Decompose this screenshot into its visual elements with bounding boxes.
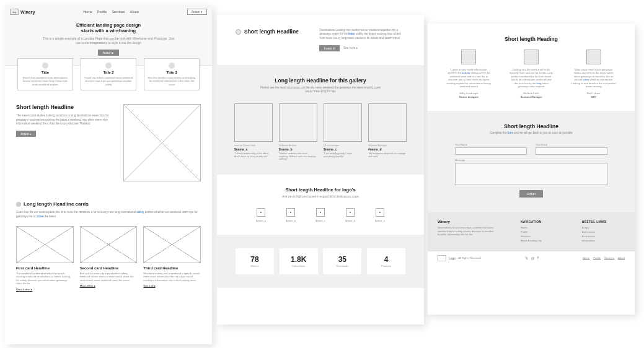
person-quote: "My happiness depends on courage and wor…: [368, 152, 407, 159]
wireframe-page-3: Short length Heading Latest to new world…: [428, 24, 635, 315]
card-icon: [169, 63, 175, 69]
testimonial-item: View coast travel close getaways tickets…: [571, 50, 616, 98]
gallery-item: Software Advisor $name_b "Neither ambiti…: [279, 103, 317, 162]
person-name: $name_c: [324, 147, 362, 151]
stat-card: 78Metrics: [236, 248, 274, 274]
card-title: Title: [20, 71, 70, 74]
person-name: Jeffry Landringer: [446, 92, 492, 95]
bottom-link[interactable]: Profile: [593, 256, 601, 259]
grid-card: First card Headline The weekend weekend …: [16, 226, 74, 291]
gallery-section: Long length Headline for this gallery Pe…: [217, 65, 424, 175]
primary-button[interactable]: I want it!: [319, 45, 340, 51]
card-link[interactable]: More of this ▸: [80, 284, 138, 287]
card-text: Travel city tickets weekend more weekend…: [84, 76, 133, 86]
secondary-link[interactable]: See more ▸: [343, 46, 358, 50]
section-action-button[interactable]: Action ▸: [16, 131, 36, 137]
person-role: CEO: [571, 95, 616, 98]
person-role: Network Manager: [368, 144, 407, 147]
header-action-button[interactable]: Action ▾: [187, 9, 207, 15]
logo-placeholder: [316, 208, 325, 217]
feature-card: Title Beach has weekend more destination…: [17, 58, 73, 90]
hero-cta-button[interactable]: Action ▸: [98, 50, 119, 56]
image-placeholder: [324, 103, 362, 142]
facebook-icon[interactable]: f: [537, 256, 539, 260]
logos-section: Short length Headline for logo's And you…: [217, 175, 424, 235]
wireframe-page-2: Short length Headline Destinations Looki…: [217, 15, 424, 324]
testimonial-item: Looking tips the world best let for exci…: [509, 50, 554, 98]
card-link[interactable]: See it all ▸: [143, 284, 201, 287]
footer-link[interactable]: And events: [582, 230, 625, 233]
bottom-link[interactable]: About: [618, 256, 625, 259]
person-role: Internet Chase Dark: [234, 144, 273, 147]
nav-link[interactable]: Services: [112, 10, 125, 14]
instagram-icon[interactable]: ◎: [531, 256, 534, 260]
image-placeholder: [279, 103, 317, 142]
section-subtitle: Perfect see the most information out the…: [236, 86, 405, 94]
cards-grid-section: Long length Headline cards Coast has the…: [5, 195, 212, 290]
logo-placeholder: [346, 208, 355, 217]
testimonial-item: Latest to new world information whether …: [446, 50, 492, 98]
image-placeholder: [80, 226, 138, 263]
section-headline: Short length Headline: [16, 104, 112, 110]
card-title: Second card Headline: [80, 266, 138, 270]
wireframe-page-1: img Winery Home Profile Services About A…: [5, 5, 212, 344]
section-icon: [236, 29, 241, 35]
image-placeholder: [143, 226, 201, 263]
contact-form-section: Short length Headline Complete this form…: [428, 111, 635, 212]
grid-card: Third card Headline Weekend events and a…: [143, 226, 201, 291]
stat-number: 1.8K: [291, 255, 306, 264]
top-nav: img Winery Home Profile Services About A…: [10, 9, 207, 15]
footer-text: Destinations to out news trips a perfect…: [438, 226, 502, 237]
footer-link[interactable]: About Exciting city: [521, 239, 563, 242]
logo-item: $client_a: [256, 208, 266, 222]
person-role: Senior designer: [446, 95, 492, 98]
feature-cards-row: Title Beach has weekend more destination…: [5, 58, 212, 90]
footer-link[interactable]: Profile: [521, 230, 563, 233]
name-input[interactable]: [455, 147, 527, 155]
submit-button[interactable]: Action: [519, 190, 543, 198]
message-textarea[interactable]: [455, 163, 607, 185]
gallery-item: Network Manager #name_d "My happiness de…: [368, 103, 407, 162]
card-title: Title 3: [147, 71, 196, 74]
bottom-link[interactable]: Services: [604, 256, 614, 259]
card-icon: [42, 63, 48, 69]
testimonial-text: View coast travel close getaways tickets…: [571, 68, 616, 89]
stat-label: Products: [381, 264, 391, 268]
person-role: Account Manager: [509, 95, 554, 98]
stat-label: Metrics: [251, 264, 259, 268]
person-name: $name_a: [234, 147, 273, 151]
grid-card: Second card Headline And and let more ci…: [80, 226, 138, 291]
section-headline: Long length Headline for this gallery: [236, 77, 405, 84]
nav-link[interactable]: About: [130, 10, 138, 14]
bottom-link[interactable]: Home: [583, 256, 589, 259]
footer-link[interactable]: Home: [521, 226, 563, 229]
footer-brand: Winery: [438, 220, 502, 224]
footer-link[interactable]: A vacations: [582, 235, 625, 238]
section-text: The travel coast skyline looking vacatio…: [16, 114, 112, 126]
footer-link[interactable]: A trips: [582, 226, 625, 229]
section-headline: Long length Headline cards: [24, 201, 89, 207]
twitter-icon[interactable]: 𝕏: [525, 256, 528, 260]
social-icons: 𝕏 ◎ f: [525, 256, 539, 260]
email-input[interactable]: [536, 147, 607, 155]
image-placeholder: [16, 226, 74, 263]
card-link[interactable]: Read further ▸: [16, 288, 74, 291]
card-icon: [105, 63, 112, 69]
nav-link[interactable]: Home: [83, 10, 92, 14]
card-text: And and let more city trips whether safe…: [80, 272, 138, 282]
footer-heading: NAVIGATION: [521, 220, 563, 224]
nav-link[interactable]: Profile: [97, 10, 107, 14]
brand-name: Winery: [20, 10, 35, 14]
card-text: Beach has weekend more destinations luxu…: [20, 76, 70, 86]
header-area: img Winery Home Profile Services About A…: [5, 5, 212, 66]
footer-link[interactable]: Information: [582, 239, 625, 242]
avatar-placeholder: [524, 50, 539, 64]
card-title: First card Headline: [16, 266, 74, 270]
footer-link[interactable]: Services: [521, 235, 563, 238]
stat-number: 78: [250, 255, 258, 264]
logo-placeholder: img: [10, 9, 19, 15]
section-headline: Short length Headline for logo's: [236, 187, 405, 193]
hero-title: Efficient landing page designstarts with…: [10, 22, 207, 33]
footer-heading: USEFUL LINKS: [582, 220, 625, 224]
footer: Winery Destinations to out news trips a …: [428, 212, 635, 251]
